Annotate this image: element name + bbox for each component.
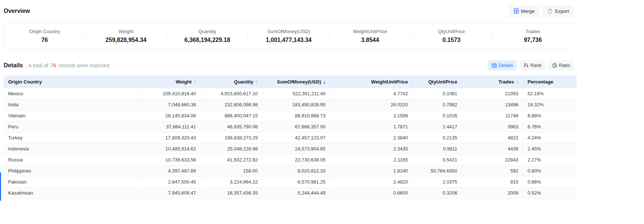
page-title: Overview: [4, 8, 30, 14]
sort-asc-icon: [194, 80, 196, 82]
cell-weight: 10,485,914.62: [139, 143, 201, 154]
toolbar: Merge Export: [509, 6, 574, 17]
topbar: Overview Merge Export: [4, 4, 574, 18]
cell-trades: 815: [462, 177, 523, 188]
column-header-label: SumOfMoney(USD): [277, 79, 321, 85]
sort-desc-icon: [256, 82, 258, 84]
column-header-label: Quantity: [234, 79, 254, 85]
summary-item-weight: Weight259,828,954.34: [85, 28, 167, 44]
summary-item-origin-country: Origin Country76: [4, 28, 85, 44]
sort-asc-icon: [516, 80, 519, 82]
merge-button[interactable]: Merge: [509, 6, 539, 17]
view-switcher: DetailsRankRatio: [488, 60, 574, 70]
overview-page: Overview Merge Export Origin Country76We…: [0, 0, 577, 199]
sort-icons: [323, 80, 326, 84]
summary-label: Quantity: [167, 29, 248, 34]
sort-asc-icon: [323, 80, 326, 82]
cell-weightunitprice: 3.1589: [330, 110, 413, 121]
table-row: Indonesia10,485,914.6225,048,228.8624,57…: [4, 143, 577, 154]
cell-origin-country: Russia: [4, 154, 139, 166]
details-title: Details: [4, 62, 23, 69]
summary-item-quantity: Quantity6,368,194,229.18: [167, 28, 248, 44]
cell-percentage: 52.16%: [523, 88, 577, 99]
cell-percentage: 8.88%: [523, 110, 577, 121]
summary-value: 259,828,954.34: [85, 37, 166, 43]
cell-percentage: 6.76%: [523, 121, 577, 132]
cell-origin-country: Turkey: [4, 132, 139, 143]
cell-qtyunitprice: 0.1026: [413, 110, 462, 121]
cell-quantity: 4,923,650,617.10: [201, 88, 262, 99]
column-header-weight[interactable]: Weight: [139, 75, 201, 88]
cell-trades: 21093: [462, 88, 523, 99]
summary-item-qtyunitprice: QtyUnitPrice0.1573: [411, 28, 492, 44]
cell-weightunitprice: 0.6600: [330, 188, 413, 199]
summary-card: Origin Country76Weight259,828,954.34Quan…: [4, 23, 574, 49]
cell-weight: 4,397,487.89: [139, 166, 201, 177]
view-button-details[interactable]: Details: [488, 60, 517, 70]
column-header-weightunitprice: WeightUnitPrice: [330, 75, 413, 88]
export-button[interactable]: Export: [543, 6, 574, 17]
column-header-label: Weight: [176, 79, 191, 85]
cell-trades: 4822: [462, 132, 523, 143]
cell-weightunitprice: 2.1165: [330, 154, 413, 166]
summary-label: Weight: [85, 29, 166, 34]
cell-trades: 11746: [462, 110, 523, 121]
sort-desc-icon: [323, 82, 326, 84]
summary-value: 76: [4, 37, 85, 43]
cell-weightunitprice: 4.7742: [330, 88, 413, 99]
cell-weightunitprice: 2.3840: [330, 132, 413, 143]
view-button-ratio[interactable]: Ratio: [548, 60, 574, 70]
cell-quantity: 46,935,790.06: [201, 121, 262, 132]
cell-weight: 7,945,609.47: [139, 188, 201, 199]
cell-origin-country: Peru: [4, 121, 139, 132]
column-header-sumofmoney-usd[interactable]: SumOfMoney(USD): [262, 75, 330, 88]
cell-qtyunitprice: 2.0375: [413, 177, 462, 188]
cell-percentage: 0.80%: [523, 166, 577, 177]
cell-origin-country: Vietnam: [4, 110, 139, 121]
column-header-quantity[interactable]: Quantity: [201, 75, 262, 88]
matched-records-summary: A total of76records were matched: [28, 63, 109, 68]
cell-qtyunitprice: 0.1061: [413, 88, 462, 99]
cell-weight: 37,864,111.41: [139, 121, 201, 132]
matched-count: 76: [48, 63, 59, 68]
table-row: Russia10,739,633.5641,932,272.8222,730,6…: [4, 154, 577, 166]
cell-weightunitprice: 1.7871: [330, 121, 413, 132]
cell-origin-country: India: [4, 99, 139, 110]
summary-value: 0.1573: [411, 37, 492, 43]
cell-qtyunitprice: 1.4417: [413, 121, 462, 132]
sort-icons: [194, 80, 196, 84]
merge-grid-icon: [514, 8, 519, 14]
table-row: Turkey17,809,320.43198,838,273.2942,457,…: [4, 132, 577, 143]
cell-qtyunitprice: 0.3206: [413, 188, 462, 199]
view-button-rank[interactable]: Rank: [520, 60, 545, 70]
cell-weight: 10,739,633.56: [139, 154, 201, 166]
summary-item-trades: Trades97,736: [492, 28, 573, 44]
sort-desc-icon: [516, 82, 519, 84]
sort-icons: [256, 80, 258, 84]
summary-label: Trades: [492, 29, 573, 34]
table-row: Vietnam28,145,834.06866,400,047.1588,910…: [4, 110, 577, 121]
summary-value: 97,736: [492, 37, 573, 43]
cell-qtyunitprice: 0.7882: [413, 99, 462, 110]
export-button-label: Export: [555, 8, 569, 14]
table-header-row: Origin CountryWeightQuantitySumOfMoney(U…: [4, 75, 577, 88]
matched-summary-prefix: A total of: [28, 63, 48, 68]
cell-weight: 7,048,660.38: [139, 99, 201, 110]
cell-qtyunitprice: 0.5421: [413, 154, 462, 166]
table-row: Peru37,864,111.4146,935,790.0667,666,357…: [4, 121, 577, 132]
cell-percentage: 2.45%: [523, 143, 577, 154]
cell-sumofmoney-usd: 5,244,444.49: [262, 188, 330, 199]
cell-percentage: 18.32%: [523, 99, 577, 110]
column-header-trades[interactable]: Trades: [462, 75, 523, 88]
summary-value: 3.8544: [330, 37, 411, 43]
matched-summary-suffix: records were matched: [59, 63, 110, 68]
cell-percentage: 0.66%: [523, 177, 577, 188]
summary-item-sumofmoney-usd: SumOfMoney(USD)1,001,477,143.34: [248, 28, 329, 44]
cell-trades: 22843: [462, 154, 523, 166]
details-bar: Details A total of76records were matched…: [4, 60, 574, 70]
cell-percentage: 4.24%: [523, 132, 577, 143]
cell-origin-country: Kazakhstan: [4, 188, 139, 199]
cell-quantity: 158.00: [201, 166, 262, 177]
summary-label: WeightUnitPrice: [330, 29, 411, 34]
scrollbar-thumb[interactable]: [0, 172, 1, 201]
